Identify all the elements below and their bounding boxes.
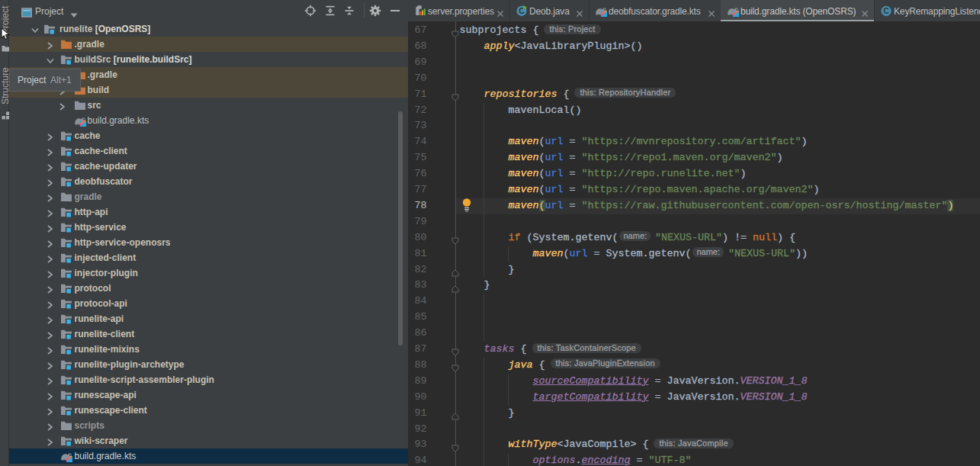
svg-text:C: C xyxy=(883,6,889,15)
